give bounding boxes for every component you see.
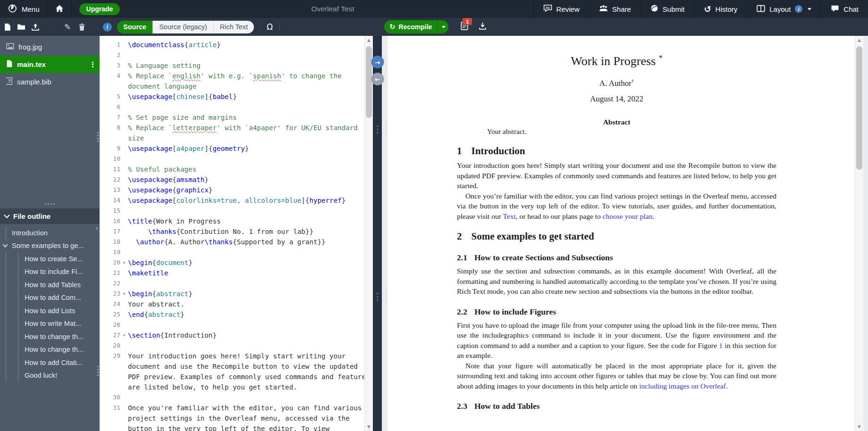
mode-source-legacy[interactable]: Source (legacy) [152,21,213,33]
code-line[interactable]: document and use the Recompile button to… [100,361,365,372]
outline-item[interactable]: How to write Mat... [0,317,100,331]
scroll-down-icon[interactable]: ▼ [365,424,373,429]
code-line[interactable]: 7% Set page size and margins [100,112,365,123]
code-line[interactable]: 14\usepackage[colorlinks=true, allcolors… [100,195,365,206]
code-line[interactable]: 17 \thanks{Contribution No. 1 from our l… [100,226,365,237]
pdf-scrollbar-thumb[interactable] [856,46,862,170]
code-line[interactable]: 21\maketitle [100,268,365,278]
download-pdf-button[interactable] [479,22,487,32]
outline-item[interactable]: How to create Se... [0,252,100,265]
recompile-dropdown[interactable] [437,20,448,33]
outline-item[interactable]: How to change th... [0,330,100,343]
file-tree-item[interactable]: main.tex⋮ [0,56,100,73]
code-line[interactable]: 15 [100,206,365,216]
outline-item[interactable]: Some examples to ge... [0,240,100,253]
upload-button[interactable] [28,18,42,36]
fold-caret-icon[interactable]: ▾ [120,330,128,340]
new-file-button[interactable] [0,18,14,36]
history-button[interactable]: ↺ History [694,0,747,18]
pdf-link[interactable]: including images on Overleaf [639,382,726,390]
file-tree-item[interactable]: sample.bib [0,73,100,91]
panel-collapse-button[interactable]: ‹ [94,223,100,234]
new-folder-button[interactable] [14,18,28,36]
rename-icon[interactable]: ✎ [60,18,75,36]
code-line[interactable]: 6 [100,102,365,112]
code-line[interactable]: 24Your abstract. [100,299,365,309]
mode-rich-text[interactable]: Rich Text [213,21,254,33]
code-editor[interactable]: 1\documentclass{article}23% Language set… [100,36,373,431]
chevron-down-icon[interactable] [2,242,8,248]
outline-item[interactable]: Introduction [0,226,100,240]
code-line[interactable]: are listed below, to help you get starte… [100,382,365,392]
scroll-up-icon[interactable]: ▲ [365,38,373,42]
scroll-down-icon[interactable]: ▼ [855,424,863,429]
code-line[interactable]: 2 [100,50,365,60]
code-line[interactable]: 9\usepackage[a4paper]{geometry} [100,143,365,154]
menu-button[interactable]: Menu [0,0,48,18]
layout-button[interactable]: Layout i [747,0,821,18]
outline-item[interactable]: How to change th... [0,343,100,356]
code-line[interactable]: document language [100,81,365,91]
outline-item[interactable]: How to include Fi... [0,265,100,279]
code-line[interactable]: 16\title{Work in Progress [100,216,365,226]
code-line[interactable]: 31Once you're familiar with the editor, … [100,403,365,413]
code-line[interactable]: button in the very top left of the edito… [100,423,365,431]
code-line[interactable]: 29Your introduction goes here! Simply st… [100,351,365,361]
divider-handle[interactable] [377,293,378,301]
review-button[interactable]: Ab Review [533,0,589,18]
outline-item[interactable]: How to add Tables [0,278,100,291]
upgrade-button[interactable]: Upgrade [79,3,120,15]
code-line[interactable]: project settings in the Overleaf menu, a… [100,413,365,423]
recompile-button[interactable]: ↻ Recompile [384,20,448,33]
outline-item[interactable]: Good luck! [0,369,100,382]
outline-item[interactable]: How to add Citati... [0,356,100,369]
fold-caret-icon[interactable]: ▾ [120,257,128,268]
code-line[interactable]: 8% Replace `letterpaper' with `a4paper' … [100,123,365,133]
share-button[interactable]: Share [589,0,640,18]
code-line[interactable]: 10 [100,154,365,164]
code-line[interactable]: 26 [100,320,365,330]
editor-scrollbar[interactable]: ▲ ▼ [364,36,373,431]
pdf-link[interactable]: choose your plan [603,212,653,220]
outline-item[interactable]: How to add Lists [0,304,100,317]
code-line[interactable]: 28 [100,340,365,351]
code-line[interactable]: 30 [100,392,365,403]
code-line[interactable]: 23▾\begin{abstract} [100,289,365,299]
panel-resize-handle[interactable] [97,132,99,142]
logs-button[interactable]: 1 [461,22,468,32]
delete-icon[interactable] [75,18,89,36]
code-line[interactable]: 4% Replace `english' with e.g. `spanish'… [100,71,365,81]
code-line[interactable]: 11% Useful packages [100,164,365,174]
code-line[interactable]: 13\usepackage{graphicx} [100,185,365,195]
panel-resize-handle[interactable] [97,366,99,376]
code-line[interactable]: 18 \author{A. Author\thanks{Supported by… [100,237,365,247]
jump-to-code-button[interactable]: ← [371,73,384,85]
chat-button[interactable]: Chat [821,0,868,18]
kebab-menu-icon[interactable]: ⋮ [89,56,96,73]
fold-caret-icon[interactable]: ▾ [120,289,128,299]
code-line[interactable]: 5\usepackage[chinese]{babel} [100,91,365,102]
outline-resize-handle[interactable] [0,203,100,207]
editor-scrollbar-thumb[interactable] [366,46,372,118]
code-line[interactable]: 22 [100,278,365,289]
code-line[interactable]: 27▾\section{Introduction} [100,330,365,340]
info-icon[interactable]: i [103,23,112,32]
pdf-link[interactable]: Text [503,212,515,220]
code-line[interactable]: 19 [100,247,365,257]
file-tree-item[interactable]: frog.jpg [0,38,100,56]
code-line[interactable]: PDF preview. Examples of commonly used c… [100,372,365,382]
code-line[interactable]: 12\usepackage{amsmath} [100,174,365,185]
code-line[interactable]: 1\documentclass{article} [100,40,365,50]
pdf-scrollbar[interactable]: ▲ ▼ [855,36,863,431]
mode-source[interactable]: Source [117,21,152,33]
scroll-up-icon[interactable]: ▲ [855,38,863,42]
jump-to-pdf-button[interactable]: → [371,56,384,68]
code-line[interactable]: 25\end{abstract} [100,309,365,320]
outline-item[interactable]: How to add Com... [0,291,100,305]
pdf-link[interactable]: 1 [719,341,723,349]
submit-button[interactable]: Submit [640,0,694,18]
file-outline-header[interactable]: File outline [0,208,100,224]
code-line[interactable]: 3% Language setting [100,60,365,71]
code-line[interactable]: size [100,133,365,143]
code-line[interactable]: 20▾\begin{document} [100,257,365,268]
